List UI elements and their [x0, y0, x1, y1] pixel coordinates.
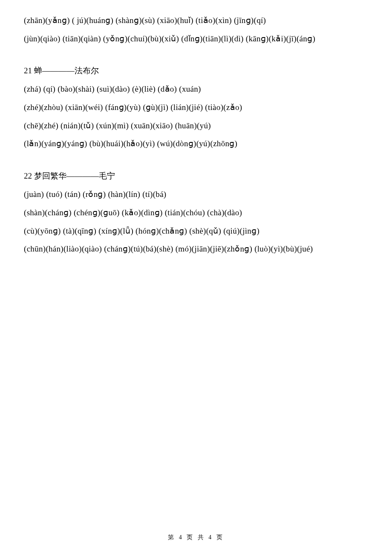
section-22-line-2: (shàn)(chánɡ) (chénɡ)(ɡuō) (kǎo)(dìnɡ) (…	[24, 208, 368, 218]
section-22-line-3: (cù)(yōnɡ) (tà)(qīnɡ) (xínɡ)(lǚ) (hónɡ)(…	[24, 226, 368, 237]
top-line-2: (jùn)(qiào) (tiān)(qiàn) (yǒnɡ)(chuí)(bù…	[24, 34, 368, 44]
section-21-line-3: (chē)(zhé) (nián)(tǔ) (xún)(mì) (xuān)(x…	[24, 121, 368, 131]
section-22-line-4: (chūn)(hán)(liào)(qiào) (chánɡ)(tú)(bá)(…	[24, 244, 368, 254]
top-line-1: (zhān)(yǎnɡ) ( jú)(huánɡ) (shànɡ)(sù) (x…	[24, 15, 368, 26]
section-21-heading: 21 蝉————法布尔	[24, 65, 368, 76]
section-22-heading: 22 梦回繁华————毛宁	[24, 171, 368, 182]
spacer	[24, 157, 368, 171]
section-21-line-2: (zhé)(zhòu) (xiān)(wéi) (fánɡ)(yù) (ɡù)(…	[24, 102, 368, 113]
section-22-line-1: (juàn) (tuó) (tán) (rǒnɡ) (hàn)(lín) (tí…	[24, 189, 368, 200]
section-21-line-1: (zhá) (qí) (bào)(shài) (suì)(dào) (è)(li…	[24, 84, 368, 95]
section-21-line-4: (lǎn)(yánɡ)(yánɡ) (bù)(huái)(hǎo)(yì) (w…	[24, 139, 368, 149]
page: (zhān)(yǎnɡ) ( jú)(huánɡ) (shànɡ)(sù) (x…	[0, 0, 392, 555]
spacer	[24, 52, 368, 65]
page-footer: 第 4 页 共 4 页	[0, 534, 392, 541]
